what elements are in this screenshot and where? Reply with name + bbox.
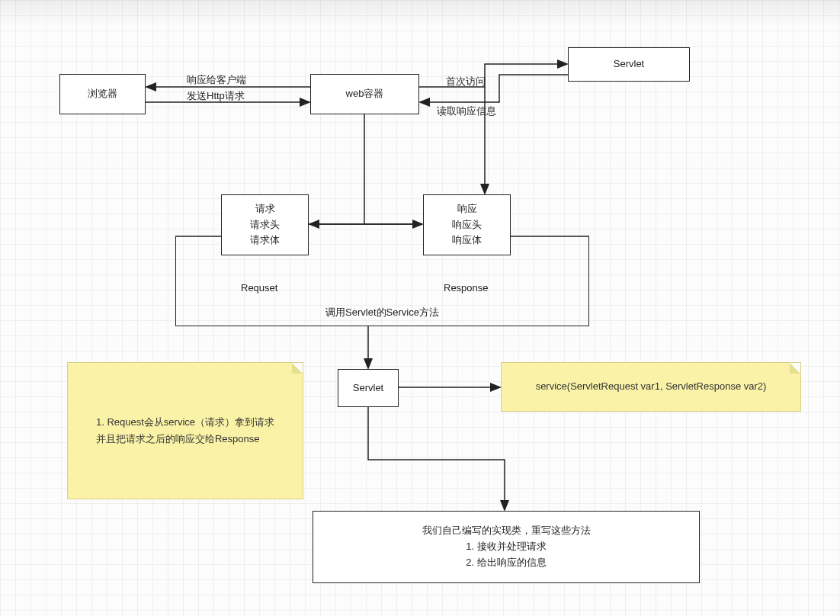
box-web-container: web容器 [310,74,419,114]
impl-l3: 2. 给出响应的信息 [466,555,546,571]
note-fold-icon [790,363,800,374]
note-service: service(ServletRequest var1, ServletResp… [501,362,801,412]
label-read-resp: 读取响应信息 [437,104,496,118]
impl-l2: 1. 接收并处理请求 [466,539,546,555]
box-request: 请求 请求头 请求体 [221,194,309,255]
label-resp-to-client: 响应给客户端 [187,73,246,87]
box-servlet-top: Servlet [568,47,690,82]
note1-l1: 1. Request会从service（请求）拿到请求 [96,414,274,431]
box-impl: 我们自己编写的实现类，重写这些方法 1. 接收并处理请求 2. 给出响应的信息 [313,511,700,583]
impl-l1: 我们自己编写的实现类，重写这些方法 [422,523,591,539]
label-first-visit: 首次访问 [446,75,486,88]
req-l2: 请求头 [250,217,280,233]
req-l3: 请求体 [250,233,280,249]
box-browser: 浏览器 [59,74,146,114]
label-response: Response [444,282,489,294]
label-request: Requset [241,282,277,294]
box-servlet-mid: Servlet [338,369,399,407]
note1-l2: 并且把请求之后的响应交给Response [96,431,274,448]
label-send-http: 发送Http请求 [187,89,245,103]
box-servlet-top-label: Servlet [614,56,644,72]
box-servlet-mid-label: Servlet [353,380,383,396]
diagram-canvas: 浏览器 web容器 Servlet 调用Servlet的Service方法 请求… [0,0,840,616]
box-web-container-label: web容器 [346,86,384,102]
req-l1: 请求 [255,201,275,217]
note2-text: service(ServletRequest var1, ServletResp… [536,378,767,395]
resp-l2: 响应头 [452,217,482,233]
note-fold-icon [292,363,303,374]
resp-l3: 响应体 [452,233,482,249]
call-service-label: 调用Servlet的Service方法 [325,306,439,319]
box-response: 响应 响应头 响应体 [423,194,511,255]
resp-l1: 响应 [457,201,477,217]
box-browser-label: 浏览器 [88,86,117,102]
note-request: 1. Request会从service（请求）拿到请求 并且把请求之后的响应交给… [67,362,303,499]
